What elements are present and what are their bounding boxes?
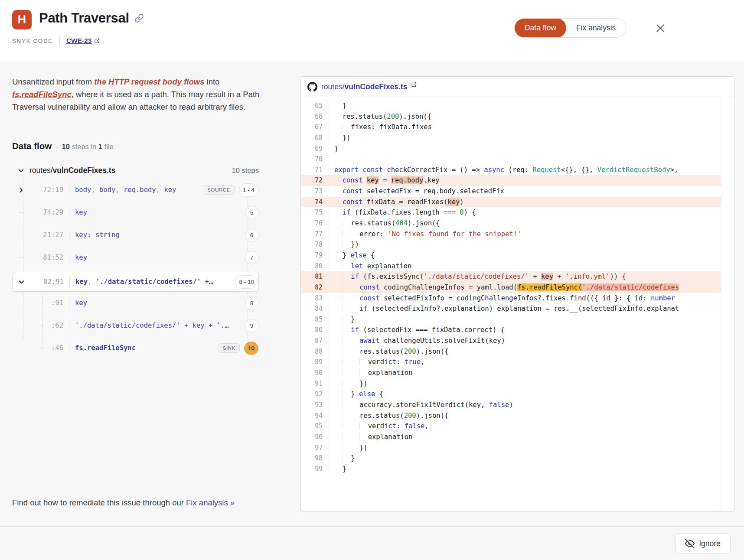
fix-analysis-link[interactable]: Fix analysis » xyxy=(186,498,235,507)
line-number: 66 xyxy=(301,111,329,122)
line-number: 75 xyxy=(301,207,329,218)
code-line: 82 const codingChallengeInfos = yaml.loa… xyxy=(301,282,721,293)
step-snippet: key xyxy=(75,254,245,261)
tab-fix-analysis[interactable]: Fix analysis xyxy=(566,18,626,38)
chevron-right-icon xyxy=(17,186,25,194)
code-line: 65 } xyxy=(301,101,721,111)
code-line: 89 verdict: true, xyxy=(301,357,721,368)
line-number: 99 xyxy=(301,464,329,475)
code-line: 68 }) xyxy=(301,133,721,143)
dialog-header: H Path Traversal SNYK CODE CWE-23 Data f… xyxy=(0,0,744,61)
code-line: 80 let explanation xyxy=(301,261,721,272)
step-position: :46 xyxy=(29,344,63,352)
line-number: 80 xyxy=(301,261,329,272)
line-number: 85 xyxy=(301,314,329,325)
divider xyxy=(59,36,60,45)
tab-data-flow[interactable]: Data flow xyxy=(515,18,566,38)
permalink-icon[interactable] xyxy=(134,13,144,25)
line-number: 90 xyxy=(301,368,329,378)
code-line: 86 if (selectedFix === fixData.correct) … xyxy=(301,325,721,335)
step-snippet: fs.readFileSync xyxy=(75,344,219,352)
code-line: 87 await challengeUtils.solveFixIt(key) xyxy=(301,335,721,346)
code-line: 91 }) xyxy=(301,378,721,389)
step-position: :62 xyxy=(29,322,63,329)
code-line: 67 fixes: fixData.fixes xyxy=(301,122,721,133)
line-number: 97 xyxy=(301,443,329,453)
github-icon xyxy=(307,82,317,92)
snyk-code-label: SNYK CODE xyxy=(12,38,53,44)
code-line: 85 } xyxy=(301,314,721,325)
code-line: 77 error: 'No fixes found for the snippe… xyxy=(301,229,721,240)
dataflow-step-row[interactable]: 74:29key5 xyxy=(12,203,259,222)
code-line: 71export const checkCorrectFix = () => a… xyxy=(301,165,721,176)
code-line: 75 if (fixData.fixes.length === 0) { xyxy=(301,207,721,218)
code-line: 84 if (selectedFixInfo?.explanation) exp… xyxy=(301,303,721,314)
close-icon[interactable] xyxy=(652,20,669,36)
sink-badge: SINK xyxy=(219,343,240,353)
dialog-footer: Ignore xyxy=(0,526,744,560)
line-number: 69 xyxy=(301,143,329,154)
code-file-link[interactable]: routes/vulnCodeFixes.ts xyxy=(321,82,407,91)
ignore-button[interactable]: Ignore xyxy=(675,533,731,554)
cwe-link[interactable]: CWE-23 xyxy=(66,37,100,45)
step-position: 82:91 xyxy=(30,278,64,286)
step-number-badge: 8 xyxy=(245,296,258,310)
dataflow-step-row[interactable]: :91key8 xyxy=(12,293,259,313)
issue-description: Unsanitized input from the HTTP request … xyxy=(12,75,264,113)
code-line: 96 explanation xyxy=(301,432,721,443)
step-number-badge: 5 xyxy=(245,206,258,219)
dataflow-step-row[interactable]: 72:19body, body, req.body, keySOURCE1 - … xyxy=(12,180,259,199)
main-content: Unsanitized input from the HTTP request … xyxy=(0,61,744,526)
step-snippet: './data/static/codefixes/' + key + '.… xyxy=(75,322,245,329)
line-number: 70 xyxy=(301,154,329,165)
chevron-down-icon[interactable] xyxy=(12,167,29,174)
code-line: 81 if (fs.existsSync('./data/static/code… xyxy=(301,271,721,282)
line-number: 88 xyxy=(301,346,329,357)
dataflow-step-row[interactable]: 21:27key: string6 xyxy=(12,225,259,244)
code-line: 69} xyxy=(301,143,721,154)
view-toggle: Data flow Fix analysis xyxy=(514,18,626,38)
step-position: 72:19 xyxy=(29,186,63,194)
emphasis-source: the HTTP request body flows xyxy=(94,77,204,86)
line-number: 81 xyxy=(301,271,329,282)
dataflow-step-row[interactable]: 81:52key7 xyxy=(12,248,259,267)
line-number: 74 xyxy=(301,197,329,208)
step-snippet: key: string xyxy=(75,231,245,239)
line-number: 94 xyxy=(301,410,329,421)
dataflow-file-header[interactable]: routes/vulnCodeFixes.ts 10 steps xyxy=(12,164,259,177)
code-panel-header: routes/vulnCodeFixes.ts xyxy=(301,77,734,97)
line-number: 89 xyxy=(301,357,329,368)
dataflow-step-row[interactable]: :46fs.readFileSyncSINK10 xyxy=(12,339,259,358)
line-number: 98 xyxy=(301,453,329,464)
step-position: 81:52 xyxy=(29,254,63,261)
line-number: 92 xyxy=(301,389,329,400)
code-line: 97 }) xyxy=(301,443,721,453)
step-number-badge: 10 xyxy=(244,342,258,355)
scrollbar-track[interactable] xyxy=(721,98,734,511)
chevron-down-icon xyxy=(18,278,25,286)
severity-high-badge: H xyxy=(12,10,32,29)
line-number: 68 xyxy=(301,133,329,143)
step-position: 21:27 xyxy=(29,231,63,239)
remediation-note: Find out how to remediate this issue thr… xyxy=(12,498,235,508)
step-snippet: key xyxy=(75,208,245,216)
step-number-badge: 1 - 4 xyxy=(239,183,258,197)
line-number: 91 xyxy=(301,378,329,389)
code-line: 93 accuracy.storeFixItVerdict(key, false… xyxy=(301,400,721,410)
dataflow-step-row[interactable]: :62'./data/static/codefixes/' + key + '.… xyxy=(12,316,259,335)
line-number: 84 xyxy=(301,303,329,314)
dataflow-step-row[interactable]: 82:91key, './data/static/codefixes/' +…8… xyxy=(12,272,259,292)
dataflow-tree: routes/vulnCodeFixes.ts 10 steps 72:19bo… xyxy=(12,164,259,368)
dataflow-heading: Data flow - 10 steps in 1 file xyxy=(12,141,114,151)
code-line: 76 res.status(404).json({ xyxy=(301,218,721,229)
step-number-badge: 8 - 10 xyxy=(235,275,258,289)
code-line: 95 verdict: false, xyxy=(301,421,721,432)
code-line: 70 xyxy=(301,154,721,165)
line-number: 67 xyxy=(301,122,329,133)
code-line: 83 const selectedFixInfo = codingChallen… xyxy=(301,293,721,304)
line-number: 65 xyxy=(301,101,329,111)
code-line: 72 const key = req.body.key xyxy=(301,175,721,186)
line-number: 71 xyxy=(301,165,329,176)
line-number: 93 xyxy=(301,400,329,410)
sink-link[interactable]: fs.readFileSync xyxy=(12,90,72,99)
